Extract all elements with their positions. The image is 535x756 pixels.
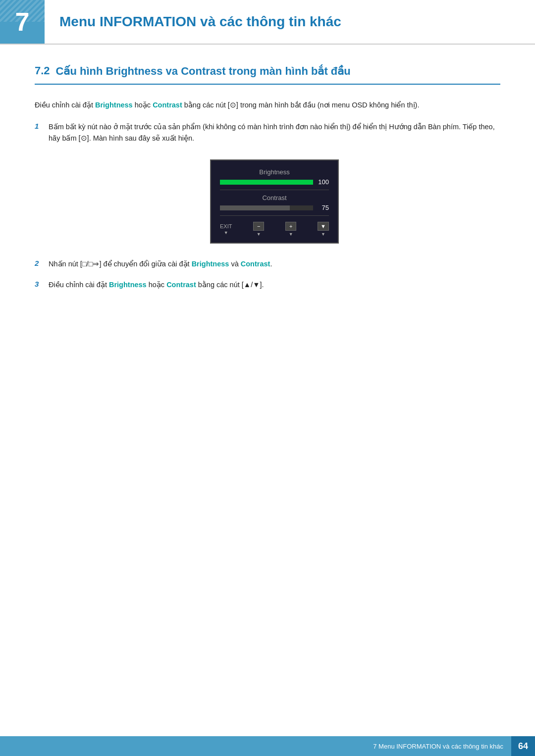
header-title-area: Menu INFORMATION và các thông tin khác [45, 0, 535, 44]
step-3-number: 3 [35, 280, 49, 288]
intro-brightness-label: Brightness [95, 101, 133, 109]
osd-btn3-col: ▼ ▼ [318, 222, 329, 237]
osd-divider [220, 190, 329, 190]
step2-contrast-label: Contrast [241, 260, 270, 268]
step-2-number: 2 [35, 259, 49, 267]
step-1-number: 1 [35, 122, 49, 130]
osd-contrast-bar-row: 75 [220, 204, 329, 211]
step2-brightness-label: Brightness [192, 260, 229, 268]
section-heading: 7.2 Cấu hình Brightness va Contrast tron… [35, 64, 500, 85]
osd-box: Brightness 100 Contrast 75 EXIT [210, 159, 339, 244]
osd-exit-col: EXIT ▼ [220, 223, 232, 235]
osd-contrast-track [220, 205, 313, 210]
osd-btn2-arrow: ▼ [289, 232, 293, 237]
intro-paragraph: Điều chỉnh cài đặt Brightness hoặc Contr… [35, 100, 500, 111]
step-2: 2 Nhấn nút [□/□⇒] để chuyển đổi giữa cài… [35, 258, 500, 270]
main-content: 7.2 Cấu hình Brightness va Contrast tron… [0, 45, 535, 340]
intro-middle-text: hoặc [133, 101, 153, 109]
intro-contrast-label: Contrast [153, 101, 182, 109]
osd-divider-2 [220, 215, 329, 216]
intro-end-text: bằng các nút [⊙] trong màn hình bắt đầu … [182, 101, 420, 109]
footer-page-number: 64 [511, 736, 535, 756]
osd-btn3-arrow: ▼ [321, 232, 325, 237]
step3-contrast-label: Contrast [166, 281, 196, 289]
osd-btn1-arrow: ▼ [257, 232, 261, 237]
step-2-text: Nhấn nút [□/□⇒] để chuyển đổi giữa cài đ… [49, 258, 272, 270]
osd-plus-btn[interactable]: + [285, 222, 296, 231]
step-3: 3 Điều chỉnh cài đặt Brightness hoặc Con… [35, 279, 500, 291]
osd-contrast-fill [220, 205, 290, 210]
chapter-number-block: 7 [0, 0, 45, 44]
osd-brightness-fill [220, 180, 313, 185]
header-banner: 7 Menu INFORMATION và các thông tin khác [0, 0, 535, 45]
osd-brightness-value: 100 [317, 178, 329, 186]
osd-container: Brightness 100 Contrast 75 EXIT [49, 159, 500, 244]
osd-contrast-value: 75 [317, 204, 329, 211]
osd-btn2-col: + ▼ [285, 222, 296, 237]
osd-brightness-track [220, 180, 313, 185]
osd-btn1-col: − ▼ [253, 222, 264, 237]
section-title: Cấu hình Brightness va Contrast trong mà… [56, 64, 351, 79]
osd-contrast-label: Contrast [220, 194, 329, 202]
osd-down-btn[interactable]: ▼ [318, 222, 329, 231]
step3-brightness-label: Brightness [109, 281, 147, 289]
header-title: Menu INFORMATION và các thông tin khác [59, 14, 341, 30]
osd-exit-label: EXIT [220, 223, 232, 229]
footer-text: 7 Menu INFORMATION và các thông tin khác [373, 743, 511, 750]
osd-minus-btn[interactable]: − [253, 222, 264, 231]
step-3-text: Điều chỉnh cài đặt Brightness hoặc Contr… [49, 279, 264, 291]
osd-brightness-label: Brightness [220, 168, 329, 176]
intro-text-before: Điều chỉnh cài đặt [35, 101, 95, 109]
step-1-text: Bấm bất kỳ nút nào ở mặt trước của sản p… [49, 121, 500, 145]
chapter-number: 7 [15, 7, 30, 37]
page-footer: 7 Menu INFORMATION và các thông tin khác… [0, 736, 535, 756]
osd-brightness-bar-row: 100 [220, 178, 329, 186]
step-1: 1 Bấm bất kỳ nút nào ở mặt trước của sản… [35, 121, 500, 145]
section-number: 7.2 [35, 64, 50, 77]
osd-footer: EXIT ▼ − ▼ + ▼ ▼ ▼ [220, 220, 329, 237]
osd-exit-arrow: ▼ [224, 230, 228, 235]
